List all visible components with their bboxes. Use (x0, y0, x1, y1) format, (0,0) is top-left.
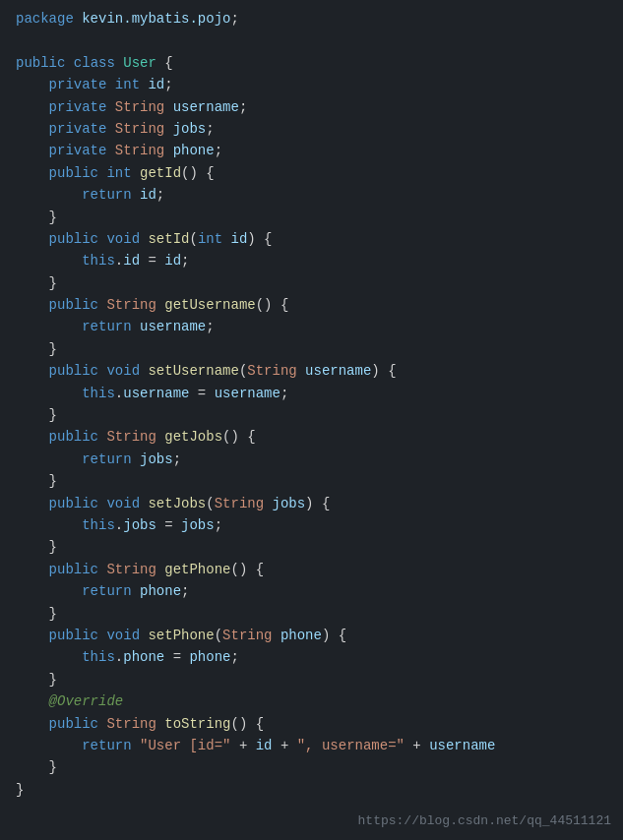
code-line-14: public String getUsername() { (0, 294, 623, 316)
code-line-36: } (0, 779, 623, 801)
code-line-29: public void setPhone(String phone) { (0, 625, 623, 646)
code-line-19: } (0, 404, 623, 426)
code-line-27: return phone; (0, 580, 623, 602)
code-line-22: } (0, 470, 623, 492)
code-line-23: public void setJobs(String jobs) { (0, 493, 623, 514)
code-line-18: this.username = username; (0, 383, 623, 404)
code-line-24: this.jobs = jobs; (0, 514, 623, 536)
code-line-1: package kevin.mybatis.pojo; (0, 8, 623, 30)
code-line-12: this.id = id; (0, 250, 623, 271)
code-line-2 (0, 30, 623, 51)
code-line-28: } (0, 603, 623, 625)
code-line-3: public class User { (0, 52, 623, 74)
code-line-21: return jobs; (0, 449, 623, 470)
code-line-9: return id; (0, 184, 623, 206)
code-line-35: } (0, 756, 623, 778)
footer-url: https://blog.csdn.net/qq_44511121 (358, 811, 611, 832)
code-line-6: private String jobs; (0, 118, 623, 140)
code-line-13: } (0, 272, 623, 294)
code-line-33: public String toString() { (0, 713, 623, 735)
code-line-15: return username; (0, 316, 623, 337)
code-line-30: this.phone = phone; (0, 646, 623, 668)
code-line-7: private String phone; (0, 140, 623, 161)
code-line-8: public int getId() { (0, 162, 623, 184)
code-line-10: } (0, 207, 623, 228)
code-line-32: @Override (0, 690, 623, 712)
code-line-4: private int id; (0, 74, 623, 95)
code-line-26: public String getPhone() { (0, 559, 623, 580)
code-line-34: return "User [id=" + id + ", username=" … (0, 735, 623, 756)
code-line-11: public void setId(int id) { (0, 228, 623, 250)
code-line-20: public String getJobs() { (0, 426, 623, 448)
code-line-5: private String username; (0, 96, 623, 118)
code-line-17: public void setUsername(String username)… (0, 360, 623, 382)
code-line-31: } (0, 669, 623, 690)
code-editor: package kevin.mybatis.pojo; public class… (0, 0, 623, 840)
code-line-25: } (0, 536, 623, 558)
code-line-16: } (0, 338, 623, 360)
